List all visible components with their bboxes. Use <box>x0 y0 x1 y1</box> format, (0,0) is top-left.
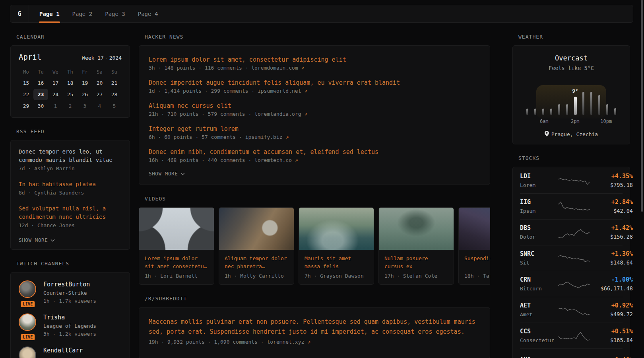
rss-item-link[interactable]: In hac habitasse platea <box>19 180 122 189</box>
tab-page-1[interactable]: Page 1 <box>33 5 66 22</box>
video-thumbnail[interactable] <box>219 208 294 250</box>
chevron-down-icon <box>50 237 55 243</box>
stock-symbol[interactable]: CRN <box>520 276 558 284</box>
video-thumbnail[interactable] <box>459 208 490 250</box>
stock-symbol[interactable]: LDI <box>520 172 558 181</box>
live-badge: LIVE <box>20 333 35 341</box>
weather-bars: 9° <box>525 83 618 115</box>
stock-sparkline <box>558 277 590 291</box>
avatar[interactable] <box>19 280 36 298</box>
video-card[interactable]: Aliquam tempor dolor nec pharetra… 1h · … <box>219 207 294 285</box>
app-logo[interactable]: G <box>10 5 29 22</box>
video-thumbnail[interactable] <box>379 208 454 250</box>
hn-story-link[interactable]: Integer eget rutrum lorem <box>149 125 480 133</box>
page-tabs: Page 1 Page 2 Page 3 Page 4 <box>29 5 164 22</box>
stock-symbol[interactable]: SNRC <box>520 250 558 258</box>
video-title[interactable]: Aliquam tempor dolor nec pharetra… <box>225 255 288 270</box>
twitch-channels-card: LIVE ForrestBurton Counter-Strike 1h · 1… <box>10 272 130 358</box>
stock-change: +0.46% <box>590 356 633 358</box>
avatar[interactable] <box>19 313 36 331</box>
channel-category: League of Legends <box>43 322 96 330</box>
hn-show-more-button[interactable]: SHOW MORE <box>149 171 480 177</box>
calendar-day: 24 <box>48 89 63 100</box>
avatar[interactable] <box>19 346 36 358</box>
stock-sparkline <box>558 353 590 358</box>
twitch-channel-row[interactable]: LIVE Trisha League of Legends 3h · 1.2k … <box>19 313 122 338</box>
stock-name: Sit <box>520 259 558 267</box>
tab-page-2[interactable]: Page 2 <box>66 5 99 22</box>
rss-item-link[interactable]: Sed volutpat nulla nisl, a condimentum n… <box>19 204 122 221</box>
external-link-icon: ↗ <box>304 111 307 117</box>
stock-symbol[interactable]: AET <box>520 302 558 310</box>
scrollbar-thumb[interactable] <box>641 0 643 212</box>
calendar-week-year: Week 17·2024 <box>82 55 122 61</box>
weather-bar <box>566 104 569 115</box>
video-card[interactable]: Lorem ipsum dolor sit amet consectetu… 1… <box>139 207 214 285</box>
subreddit-post-link[interactable]: Maecenas mollis pulvinar erat non posuer… <box>149 317 480 337</box>
hn-story-meta: 1d · 1,414 points · 299 comments · ipsum… <box>149 87 480 95</box>
video-meta: 1h · Molly Carrillo <box>225 273 288 279</box>
subreddit-post-meta: 19h · 9,932 points · 1,090 comments · lo… <box>149 338 480 346</box>
video-card[interactable]: Suspendisse diam 18h · Tara <box>458 207 490 285</box>
rss-item-link[interactable]: Donec tempor eros leo, ut commodo mauris… <box>19 148 122 164</box>
scrollbar <box>640 0 644 358</box>
stock-symbol[interactable]: AHS <box>520 356 558 358</box>
stock-row[interactable]: AHS +0.46% <box>520 348 623 358</box>
channel-name[interactable]: ForrestBurton <box>43 280 96 288</box>
video-card[interactable]: Mauris sit amet massa felis 7h · Grayson… <box>299 207 374 285</box>
weather-location: Prague, Czechia <box>520 131 623 138</box>
stock-change: +0.51% <box>590 327 633 336</box>
stock-row[interactable]: SNRCSit +1.36%$148.64 <box>520 245 623 271</box>
calendar-day: 29 <box>19 100 33 112</box>
stock-symbol[interactable]: IIG <box>520 198 558 206</box>
weather-bar: 9° <box>574 97 577 115</box>
channel-name[interactable]: KendallCarr <box>43 346 83 354</box>
stock-row[interactable]: CRNBitcorn -1.00%$66,171.48 <box>520 271 623 297</box>
weather-bar <box>606 104 609 115</box>
hn-story-link[interactable]: Donec enim nibh, condimentum et accumsan… <box>149 148 480 156</box>
video-title[interactable]: Mauris sit amet massa felis <box>305 255 368 270</box>
twitch-section-title: TWITCH CHANNELS <box>10 261 130 267</box>
hn-story-link[interactable]: Lorem ipsum dolor sit amet, consectetur … <box>149 55 480 64</box>
weekday-label: Mo <box>19 67 33 77</box>
weather-bar <box>533 109 537 115</box>
stock-row[interactable]: IIGIpsum +2.84%$42.04 <box>520 193 623 219</box>
stock-price: $165.84 <box>590 337 633 344</box>
weather-bar <box>582 92 585 115</box>
video-title[interactable]: Nullam posuere cursus ex <box>384 255 448 270</box>
hn-story-link[interactable]: Aliquam nec cursus elit <box>149 101 480 110</box>
stock-symbol[interactable]: DBS <box>520 224 558 232</box>
video-card[interactable]: Nullam posuere cursus ex 17h · Stefan Co… <box>378 207 454 285</box>
hn-story-meta: 3h · 148 points · 116 comments · loremdo… <box>149 64 480 72</box>
twitch-channel-row[interactable]: KendallCarr <box>19 346 122 358</box>
stock-name: Bitcorn <box>520 285 558 292</box>
stock-symbol[interactable]: CCS <box>520 327 558 336</box>
video-thumbnail[interactable] <box>299 208 374 250</box>
hacker-news-section-title: HACKER NEWS <box>139 34 490 40</box>
calendar-month: April <box>19 53 41 61</box>
calendar-grid: Mo Tu We Th Fr Sa Su 15 16 17 18 19 20 2… <box>19 67 122 112</box>
stock-row[interactable]: DBSDolor +1.42%$156.28 <box>520 219 623 245</box>
twitch-channel-row[interactable]: LIVE ForrestBurton Counter-Strike 1h · 1… <box>19 280 122 305</box>
weather-hour-label: 2pm <box>571 119 580 124</box>
stock-row[interactable]: CCSConsectetur +0.51%$165.84 <box>520 323 623 348</box>
video-meta: 18h · Tara <box>464 273 490 279</box>
stock-row[interactable]: LDILorem +4.35%$795.18 <box>520 168 623 193</box>
weather-widget: Overcast Feels like 5°C 9° 6am2pm10pm Pr… <box>512 45 630 144</box>
top-nav: G Page 1 Page 2 Page 3 Page 4 <box>10 5 633 23</box>
hn-story: Integer eget rutrum lorem 6h · 60 points… <box>149 125 480 141</box>
stock-row[interactable]: AETAmet +0.92%$499.72 <box>520 297 623 323</box>
tab-page-4[interactable]: Page 4 <box>132 5 165 22</box>
channel-name[interactable]: Trisha <box>43 313 96 321</box>
rss-show-more-button[interactable]: SHOW MORE <box>19 237 122 243</box>
hacker-news-card: Lorem ipsum dolor sit amet, consectetur … <box>139 45 490 185</box>
stock-price: $156.28 <box>590 233 633 241</box>
tab-page-3[interactable]: Page 3 <box>99 5 132 22</box>
stock-change: -1.00% <box>590 276 633 284</box>
stock-change: +0.92% <box>590 302 633 310</box>
video-title[interactable]: Suspendisse diam <box>464 255 490 270</box>
video-title[interactable]: Lorem ipsum dolor sit amet consectetu… <box>145 255 208 270</box>
hn-story-link[interactable]: Donec imperdiet augue tincidunt felis al… <box>149 78 480 87</box>
rss-item-meta: 7d · Ashlyn Martin <box>19 165 122 173</box>
video-thumbnail[interactable] <box>139 208 214 250</box>
